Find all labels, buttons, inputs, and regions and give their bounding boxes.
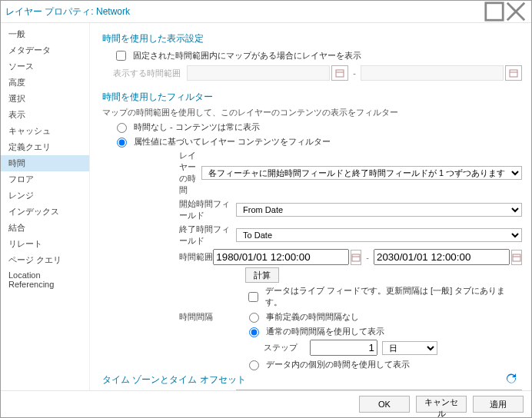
close-button[interactable] [505, 3, 527, 20]
sidebar-item[interactable]: 選択 [1, 91, 89, 107]
display-range-label: 表示する時間範囲 [113, 68, 187, 79]
step-label: ステップ [264, 342, 310, 353]
svg-rect-3 [336, 70, 344, 77]
section-extent-title: 時間を使用した表示設定 [102, 32, 522, 45]
sidebar-item[interactable]: フロア [1, 171, 89, 187]
svg-rect-7 [352, 254, 360, 261]
time-range-label: 時間範囲 [179, 251, 213, 263]
radio-by-attribute[interactable]: 属性値に基づいてレイヤー コンテンツをフィルター [113, 135, 331, 148]
display-range-end [361, 65, 504, 81]
radio-interval-none[interactable]: 事前定義の時間間隔なし [245, 310, 359, 323]
start-field-select[interactable]: From Date [236, 203, 522, 217]
svg-rect-5 [510, 70, 517, 77]
sidebar-item[interactable]: Location Referencing [1, 268, 89, 291]
sidebar: 一般メタデータソース高度選択表示キャッシュ定義クエリ時間フロアレンジインデックス… [1, 23, 90, 390]
calendar-icon[interactable] [505, 65, 522, 81]
sidebar-item[interactable]: キャッシュ [1, 123, 89, 139]
sidebar-item[interactable]: レンジ [1, 187, 89, 204]
svg-rect-9 [513, 254, 520, 261]
sidebar-item[interactable]: 表示 [1, 107, 89, 123]
sidebar-item[interactable]: ページ クエリ [1, 252, 89, 268]
calendar-icon[interactable] [351, 250, 361, 265]
lock-extent-checkbox[interactable]: 固定された時間範囲内にマップがある場合にレイヤーを表示 [113, 48, 361, 63]
sidebar-item[interactable]: インデックス [1, 204, 89, 220]
sidebar-item[interactable]: 時間 [1, 155, 89, 171]
interval-label: 時間間隔 [179, 311, 245, 323]
calendar-icon[interactable] [331, 65, 348, 81]
sidebar-item[interactable]: ソース [1, 58, 89, 75]
minimize-button[interactable] [484, 3, 505, 20]
titlebar: レイヤー プロパティ: Network [1, 1, 531, 23]
end-field-label: 終了時間フィールド [179, 224, 236, 247]
sidebar-item[interactable]: 高度 [1, 75, 89, 91]
live-feed-checkbox[interactable]: データはライブ フィードです。更新間隔は [一般] タブにあります。 [245, 285, 522, 308]
refresh-icon[interactable] [505, 373, 517, 386]
sidebar-item[interactable]: 定義クエリ [1, 139, 89, 155]
filter-desc: マップの時間範囲を使用して、このレイヤーのコンテンツの表示をフィルター [102, 107, 522, 118]
section-tz-title: タイム ゾーンとタイム オフセット [102, 373, 522, 386]
ok-button[interactable]: OK [359, 396, 410, 413]
range-start-input[interactable] [213, 249, 349, 265]
sidebar-item[interactable]: 一般 [1, 26, 89, 42]
step-value-input[interactable] [310, 340, 377, 356]
sidebar-item[interactable]: リレート [1, 236, 89, 252]
layer-time-select[interactable]: 各フィーチャに開始時間フィールドと終了時間フィールドが 1 つずつあります [201, 166, 522, 180]
calendar-icon[interactable] [511, 250, 522, 265]
radio-interval-regular[interactable]: 通常の時間間隔を使用して表示 [245, 325, 384, 337]
radio-no-time[interactable]: 時間なし - コンテンツは常に表示 [113, 121, 260, 133]
main-panel: 時間を使用した表示設定 固定された時間範囲内にマップがある場合にレイヤーを表示 … [90, 23, 531, 390]
window-title: レイヤー プロパティ: Network [5, 5, 484, 18]
step-unit-select[interactable]: 日 [382, 341, 437, 355]
end-field-select[interactable]: To Date [236, 228, 522, 242]
start-field-label: 開始時間フィールド [179, 198, 236, 221]
section-filter-title: 時間を使用したフィルター [102, 91, 522, 104]
sidebar-item[interactable]: メタデータ [1, 42, 89, 58]
sidebar-item[interactable]: 結合 [1, 220, 89, 236]
radio-interval-unique[interactable]: データ内の個別の時間を使用して表示 [245, 358, 410, 370]
layer-time-label: レイヤーの時間 [179, 150, 201, 196]
svg-rect-0 [486, 3, 503, 20]
dialog-footer: OK キャンセル 適用 [1, 390, 531, 417]
calculate-button[interactable]: 計算 [245, 267, 279, 283]
display-range-start [187, 65, 330, 81]
dialog-window: レイヤー プロパティ: Network 一般メタデータソース高度選択表示キャッシ… [0, 0, 532, 418]
cancel-button[interactable]: キャンセル [416, 396, 467, 413]
apply-button[interactable]: 適用 [473, 396, 524, 413]
range-end-input[interactable] [374, 249, 510, 265]
